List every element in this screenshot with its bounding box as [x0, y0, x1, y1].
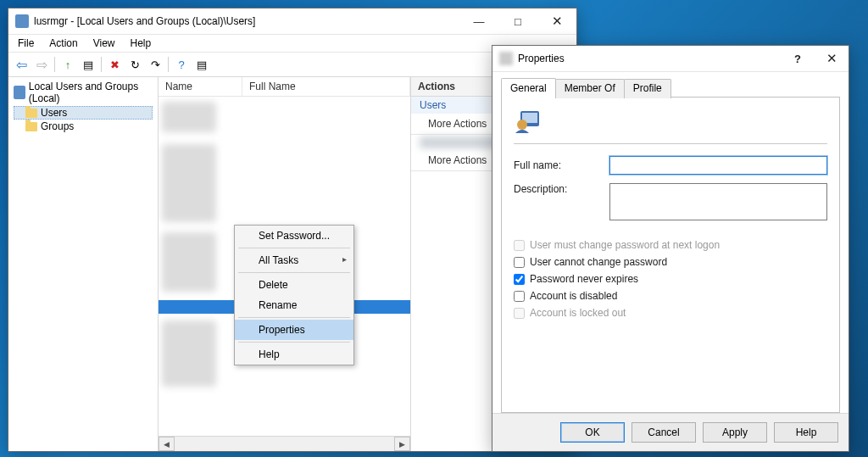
user-name-icon: [499, 52, 513, 65]
dialog-button-bar: OK Cancel Apply Help: [492, 413, 849, 451]
ctx-help[interactable]: Help: [235, 344, 353, 365]
chk-disabled-box[interactable]: [514, 291, 525, 302]
tree-pane: Local Users and Groups (Local) Users Gro…: [8, 77, 159, 451]
apply-button[interactable]: Apply: [703, 422, 767, 443]
cancel-button[interactable]: Cancel: [632, 422, 696, 443]
col-name[interactable]: Name: [159, 77, 242, 96]
tree-users[interactable]: Users: [14, 106, 153, 120]
dialog-title: Properties: [518, 53, 781, 64]
list-item[interactable]: [162, 232, 216, 292]
scroll-right-icon[interactable]: ▶: [394, 437, 410, 451]
chk-must-change-label: User must change password at next logon: [530, 239, 720, 251]
toolbar-separator: [168, 57, 169, 72]
tab-general-body: Full name: Description: User must change…: [501, 98, 840, 413]
chk-cannot-change-box[interactable]: [514, 257, 525, 268]
chk-cannot-change[interactable]: User cannot change password: [514, 256, 827, 268]
divider: [514, 143, 827, 144]
chk-never-expires[interactable]: Password never expires: [514, 273, 827, 285]
help-button[interactable]: Help: [774, 422, 838, 443]
chk-locked-box: [514, 308, 525, 319]
checkbox-group: User must change password at next logon …: [514, 239, 827, 324]
lusrmgr-tree-icon: [14, 86, 25, 99]
tab-general[interactable]: General: [501, 78, 556, 98]
chk-must-change-box: [514, 240, 525, 251]
tab-strip: General Member Of Profile: [501, 77, 840, 98]
ctx-separator: [238, 272, 350, 273]
chk-disabled[interactable]: Account is disabled: [514, 290, 827, 302]
menu-file[interactable]: File: [12, 36, 40, 50]
ctx-delete[interactable]: Delete: [235, 275, 353, 295]
field-description: Description:: [514, 183, 827, 220]
chk-locked-label: Account is locked out: [530, 307, 626, 319]
folder-icon: [25, 122, 37, 131]
toolbar-separator: [101, 57, 102, 72]
scroll-left-icon[interactable]: ◀: [159, 437, 175, 451]
user-icon: [514, 108, 541, 135]
menu-help[interactable]: Help: [125, 36, 158, 50]
mmc-titlebar[interactable]: lusrmgr - [Local Users and Groups (Local…: [8, 8, 576, 35]
window-title: lusrmgr - [Local Users and Groups (Local…: [34, 15, 459, 27]
tab-member-of[interactable]: Member Of: [555, 79, 625, 98]
chk-locked: Account is locked out: [514, 307, 827, 319]
list-header: Name Full Name: [159, 77, 410, 97]
chk-disabled-label: Account is disabled: [530, 290, 617, 302]
list-item[interactable]: [162, 320, 216, 387]
folder-icon: [25, 109, 37, 118]
properties-icon[interactable]: ▤: [79, 55, 97, 74]
ok-button[interactable]: OK: [560, 422, 625, 443]
help-button-icon[interactable]: ?: [781, 46, 815, 71]
dialog-close-button[interactable]: ✕: [815, 46, 849, 71]
chk-never-expires-box[interactable]: [514, 274, 525, 285]
tree-users-label: Users: [41, 107, 67, 119]
chevron-right-icon: ▸: [342, 254, 347, 264]
tree-root[interactable]: Local Users and Groups (Local): [14, 81, 153, 104]
full-name-label: Full name:: [514, 159, 609, 171]
ctx-separator: [238, 248, 350, 248]
col-fullname[interactable]: Full Name: [242, 77, 410, 96]
menu-action[interactable]: Action: [43, 36, 83, 50]
toolbar-separator: [54, 57, 55, 72]
ctx-separator: [238, 342, 350, 343]
chk-cannot-change-label: User cannot change password: [530, 256, 667, 268]
full-name-input[interactable]: [609, 156, 827, 175]
tree-root-label: Local Users and Groups (Local): [29, 81, 153, 104]
chk-never-expires-label: Password never expires: [530, 273, 638, 285]
ctx-all-tasks[interactable]: All Tasks ▸: [235, 250, 353, 270]
tab-profile[interactable]: Profile: [624, 79, 671, 98]
up-button-icon[interactable]: ↑: [58, 55, 77, 74]
ctx-properties[interactable]: Properties: [235, 320, 353, 340]
description-label: Description:: [514, 183, 609, 195]
description-input[interactable]: [609, 183, 827, 220]
ctx-rename[interactable]: Rename: [235, 295, 353, 315]
ctx-set-password[interactable]: Set Password...: [235, 226, 353, 246]
chk-must-change: User must change password at next logon: [514, 239, 827, 251]
field-full-name: Full name:: [514, 156, 827, 175]
list-item[interactable]: [162, 144, 216, 222]
refresh-icon[interactable]: ↻: [125, 55, 144, 74]
horizontal-scrollbar[interactable]: ◀ ▶: [159, 436, 410, 451]
lusrmgr-icon: [15, 14, 29, 28]
maximize-button[interactable]: □: [498, 8, 537, 34]
svg-point-2: [517, 120, 527, 130]
tree-groups[interactable]: Groups: [14, 120, 153, 133]
context-menu: Set Password... All Tasks ▸ Delete Renam…: [234, 225, 354, 365]
export-icon[interactable]: ↷: [146, 55, 164, 74]
menu-view[interactable]: View: [87, 36, 121, 50]
help-icon[interactable]: ?: [172, 55, 191, 74]
dialog-titlebar[interactable]: Properties ? ✕: [492, 46, 849, 72]
view-icon[interactable]: ▤: [192, 55, 211, 74]
forward-button-icon[interactable]: ⇨: [32, 55, 51, 74]
tree-groups-label: Groups: [41, 120, 74, 132]
properties-dialog: Properties ? ✕ General Member Of Profile: [492, 45, 849, 452]
list-item[interactable]: [162, 102, 216, 132]
close-button[interactable]: ✕: [537, 8, 576, 34]
ctx-separator: [238, 317, 350, 318]
ctx-all-tasks-label: All Tasks: [259, 254, 298, 266]
back-button-icon[interactable]: ⇦: [12, 55, 31, 74]
minimize-button[interactable]: —: [459, 8, 498, 34]
delete-icon[interactable]: ✖: [105, 55, 124, 74]
